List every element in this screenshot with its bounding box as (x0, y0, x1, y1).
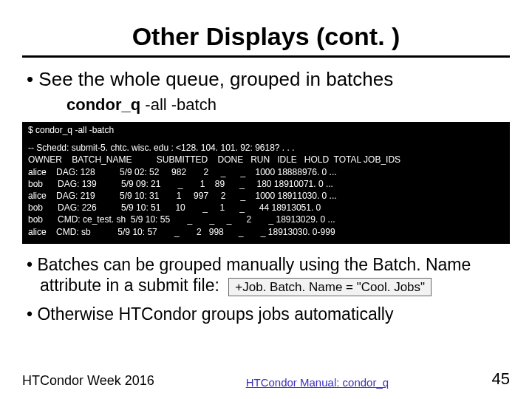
terminal-line: alice DAG: 128 5/9 02: 52 982 2 _ _ 1000… (28, 167, 337, 177)
terminal-output: $ condor_q -all -batch-- Schedd: submit-… (22, 122, 510, 244)
terminal-line: alice CMD: sb 5/9 10: 57 _ 2 998 _ _ 189… (28, 227, 335, 237)
title-divider (22, 55, 510, 58)
command-line: condor_q -all -batch (66, 95, 510, 115)
command-args: -all -batch (140, 95, 216, 114)
slide-number: 45 (480, 369, 510, 389)
footer-manual-link[interactable]: HTCondor Manual: condor_q (154, 376, 480, 389)
slide-title: Other Displays (cont. ) (22, 22, 510, 51)
terminal-line: bob DAG: 139 5/9 09: 21 _ 1 89 _ 180 189… (28, 179, 333, 189)
terminal-line: bob DAG: 226 5/9 10: 51 10 _ 1 _ 44 1891… (28, 202, 321, 213)
footer-left: HTCondor Week 2016 (22, 373, 154, 389)
terminal-line: OWNER BATCH_NAME SUBMITTED DONE RUN IDLE… (28, 154, 400, 165)
terminal-prompt: $ condor_q -all -batch (28, 124, 504, 136)
command-name: condor_q (66, 95, 140, 114)
bullet-see-queue: See the whole queue, grouped in batches (22, 68, 510, 91)
terminal-line: -- Schedd: submit-5. chtc. wisc. edu : <… (28, 143, 295, 153)
terminal-line: bob CMD: ce_test. sh 5/9 10: 55 _ _ _ 2 … (28, 214, 335, 225)
bullet-batch-name: Batches can be grouped manually using th… (22, 254, 510, 297)
terminal-line: alice DAG: 219 5/9 10: 31 1 997 2 _ 1000… (28, 191, 337, 201)
bullet-auto-group: Otherwise HTCondor groups jobs automatic… (22, 304, 510, 325)
footer: HTCondor Week 2016 HTCondor Manual: cond… (0, 369, 532, 389)
slide: Other Displays (cont. ) See the whole qu… (0, 0, 532, 399)
attr-box: +Job. Batch. Name = "Cool. Jobs" (228, 278, 432, 296)
